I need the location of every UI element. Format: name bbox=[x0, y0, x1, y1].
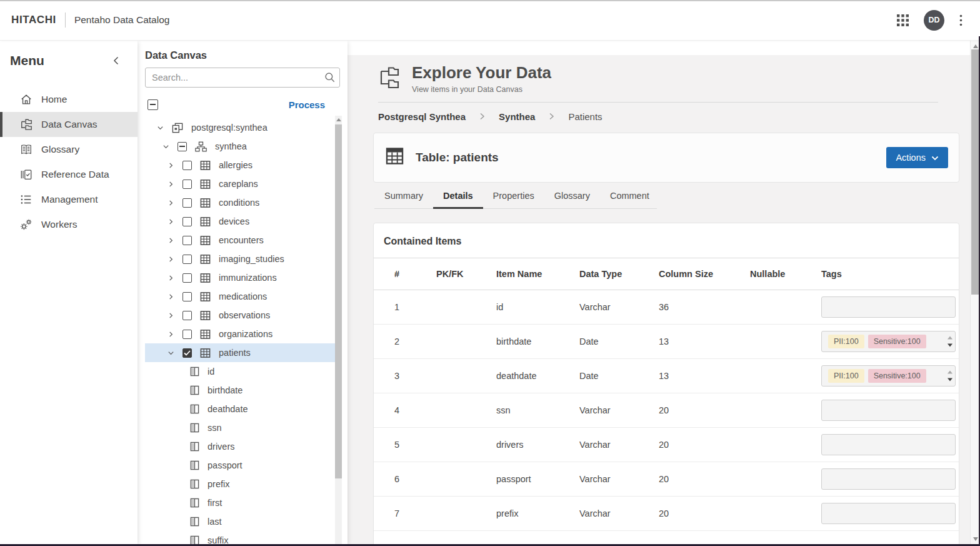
tags-input[interactable]: PII:100Sensitive:100 bbox=[821, 331, 956, 352]
tree-item-allergies[interactable]: allergies bbox=[145, 156, 340, 174]
tags-input[interactable] bbox=[821, 468, 956, 490]
process-link[interactable]: Process bbox=[289, 99, 325, 110]
checkbox-empty[interactable] bbox=[182, 292, 192, 301]
chevron-right-icon[interactable] bbox=[167, 293, 174, 300]
tree-item-synthea[interactable]: synthea bbox=[145, 137, 340, 156]
kebab-menu-icon[interactable] bbox=[959, 14, 962, 26]
chevron-down-icon[interactable] bbox=[162, 143, 169, 150]
checkbox-empty[interactable] bbox=[182, 330, 192, 339]
tree-item-prefix[interactable]: prefix bbox=[145, 475, 340, 493]
cell-tags: PII:100Sensitive:100 bbox=[821, 365, 959, 387]
checkbox-checked[interactable] bbox=[182, 348, 192, 358]
table-icon bbox=[200, 310, 211, 321]
tags-input[interactable] bbox=[821, 434, 956, 455]
tree-scrollbar[interactable] bbox=[335, 116, 342, 546]
tree-item-organizations[interactable]: organizations bbox=[145, 325, 340, 343]
checkbox-indeterminate[interactable] bbox=[178, 142, 187, 151]
spinner-down-icon[interactable] bbox=[948, 378, 952, 381]
chevron-right-icon[interactable] bbox=[167, 275, 174, 281]
glossary-icon bbox=[20, 143, 32, 156]
chevron-down-icon[interactable] bbox=[167, 350, 174, 356]
cell-data-type: Varchar bbox=[579, 508, 659, 518]
tree-item-conditions[interactable]: conditions bbox=[145, 193, 340, 212]
tree-item-careplans[interactable]: careplans bbox=[145, 174, 340, 193]
chevron-down-icon[interactable] bbox=[156, 124, 164, 131]
tree-item-observations[interactable]: observations bbox=[145, 306, 340, 325]
search-input[interactable] bbox=[145, 68, 340, 88]
tree-item-ssn[interactable]: ssn bbox=[145, 418, 340, 437]
search-icon[interactable] bbox=[324, 72, 335, 85]
chevron-right-icon[interactable] bbox=[167, 237, 174, 244]
tree-item-deathdate[interactable]: deathdate bbox=[145, 400, 340, 418]
tags-input[interactable] bbox=[821, 503, 956, 524]
breadcrumb-item-postgresql-synthea[interactable]: Postgresql Synthea bbox=[378, 111, 466, 122]
column-header-column-size: Column Size bbox=[659, 269, 750, 279]
tree-item-postgresql-synthea[interactable]: postgresql:synthea bbox=[145, 118, 340, 137]
tags-input[interactable] bbox=[821, 400, 956, 421]
checkbox-empty[interactable] bbox=[182, 217, 192, 226]
spinner-up-icon[interactable] bbox=[948, 336, 952, 339]
checkbox-empty[interactable] bbox=[182, 255, 192, 264]
tree-item-birthdate[interactable]: birthdate bbox=[145, 381, 340, 400]
main-content: Explore Your Data View items in your Dat… bbox=[348, 41, 980, 546]
chevron-right-icon[interactable] bbox=[167, 218, 174, 225]
breadcrumb-item-synthea[interactable]: Synthea bbox=[499, 111, 535, 122]
sidebar-menu: Menu Home bbox=[0, 41, 138, 546]
checkbox-empty[interactable] bbox=[182, 198, 192, 208]
tab-details[interactable]: Details bbox=[433, 191, 483, 209]
apps-grid-icon[interactable] bbox=[897, 14, 909, 26]
tree-item-drivers[interactable]: drivers bbox=[145, 437, 340, 456]
tree-item-imaging-studies[interactable]: imaging_studies bbox=[145, 250, 340, 268]
tree-item-medications[interactable]: medications bbox=[145, 287, 340, 306]
tab-summary[interactable]: Summary bbox=[374, 191, 433, 209]
chevron-right-icon[interactable] bbox=[167, 162, 174, 169]
collapse-sidebar-icon[interactable] bbox=[111, 56, 121, 66]
cell-num: 6 bbox=[374, 474, 436, 484]
tree-item-patients[interactable]: patients bbox=[145, 343, 340, 362]
tree-item-immunizations[interactable]: immunizations bbox=[145, 268, 340, 287]
avatar[interactable]: DD bbox=[924, 10, 944, 31]
sidebar-item-glossary[interactable]: Glossary bbox=[0, 137, 138, 162]
sidebar-item-workers[interactable]: Workers bbox=[0, 212, 138, 237]
chevron-right-icon[interactable] bbox=[167, 200, 174, 206]
tree-item-devices[interactable]: devices bbox=[145, 212, 340, 231]
table-row-deathdate: 3deathdateDate13PII:100Sensitive:100 bbox=[374, 359, 959, 393]
checkbox-empty[interactable] bbox=[182, 273, 192, 283]
tags-spinner[interactable] bbox=[948, 370, 952, 381]
checkbox-empty[interactable] bbox=[182, 179, 192, 189]
tree-item-last[interactable]: last bbox=[145, 512, 340, 531]
sidebar-item-management[interactable]: Management bbox=[0, 187, 138, 212]
tree-item-first[interactable]: first bbox=[145, 493, 340, 512]
tab-glossary[interactable]: Glossary bbox=[544, 191, 600, 209]
checkbox-empty[interactable] bbox=[182, 236, 192, 245]
tree-item-encounters[interactable]: encounters bbox=[145, 231, 340, 250]
scroll-up-icon[interactable] bbox=[336, 118, 341, 121]
chevron-right-icon[interactable] bbox=[167, 256, 174, 263]
reference-data-icon bbox=[20, 168, 32, 181]
tags-input[interactable]: PII:100Sensitive:100 bbox=[821, 365, 956, 387]
checkbox-empty[interactable] bbox=[182, 311, 192, 320]
sidebar-item-data-canvas[interactable]: Data Canvas bbox=[0, 112, 138, 137]
table-grid-icon bbox=[384, 146, 405, 169]
tags-input[interactable] bbox=[821, 296, 956, 318]
tab-comment[interactable]: Comment bbox=[600, 191, 659, 209]
spinner-down-icon[interactable] bbox=[948, 343, 952, 346]
tree-item-id[interactable]: id bbox=[145, 362, 340, 381]
tree-scrollbar-thumb[interactable] bbox=[335, 124, 342, 478]
sidebar-item-reference-data[interactable]: Reference Data bbox=[0, 162, 138, 187]
sidebar-item-home[interactable]: Home bbox=[0, 87, 138, 112]
collapse-all-icon[interactable] bbox=[148, 99, 158, 110]
scroll-down-icon[interactable] bbox=[973, 537, 978, 541]
app-title: Pentaho Data Catalog bbox=[74, 14, 170, 26]
chevron-right-icon[interactable] bbox=[167, 312, 174, 319]
spinner-up-icon[interactable] bbox=[948, 370, 952, 373]
chevron-right-icon[interactable] bbox=[167, 181, 174, 188]
scroll-up-icon[interactable] bbox=[973, 44, 978, 48]
checkbox-empty[interactable] bbox=[182, 161, 192, 170]
chevron-right-icon[interactable] bbox=[167, 331, 174, 338]
tags-spinner[interactable] bbox=[948, 336, 952, 346]
tab-properties[interactable]: Properties bbox=[483, 191, 544, 209]
sidebar-item-label: Glossary bbox=[41, 144, 79, 155]
actions-button[interactable]: Actions bbox=[886, 147, 948, 168]
tree-item-passport[interactable]: passport bbox=[145, 456, 340, 475]
